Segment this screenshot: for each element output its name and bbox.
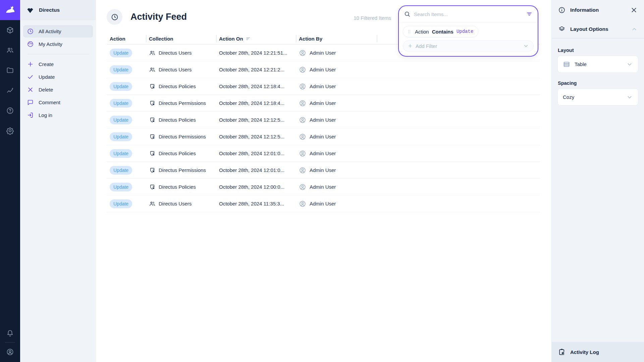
main-content: Activity Feed 10 Filtered Items Action C… — [96, 0, 551, 362]
action-by-name: Admin User — [310, 201, 336, 206]
project-fan-icon — [26, 6, 35, 14]
module-files[interactable] — [0, 60, 20, 80]
drag-handle-icon[interactable] — [407, 29, 412, 34]
layout-select[interactable]: Table — [558, 56, 638, 72]
table-row[interactable]: Update Directus Users October 28th, 2024… — [107, 195, 540, 212]
table-layout-icon — [563, 61, 570, 68]
action-badge: Update — [110, 49, 132, 57]
action-badge: Update — [110, 132, 132, 141]
collection-name: Directus Policies — [159, 83, 196, 89]
user-avatar-icon — [299, 83, 306, 90]
action-badge: Update — [110, 183, 132, 191]
search-input[interactable] — [414, 11, 523, 17]
nav-item-label: Delete — [39, 87, 53, 93]
collection-name: Directus Users — [159, 201, 192, 206]
table-row[interactable]: Update Directus Permissions October 28th… — [107, 95, 540, 112]
action-on-value: October 28th, 2024 12:01:0... — [216, 162, 296, 178]
table-row[interactable]: Update Directus Permissions October 28th… — [107, 162, 540, 179]
filter-list: Action Contains Update Add Filter — [399, 22, 538, 56]
users-icon — [149, 66, 156, 73]
table-row[interactable]: Update Directus Policies October 28th, 2… — [107, 78, 540, 95]
sort-descending-icon[interactable] — [246, 36, 251, 42]
table-row[interactable]: Update Directus Policies October 28th, 2… — [107, 145, 540, 162]
nav-item-label: My Activity — [39, 41, 62, 47]
nav-item-label: All Activity — [39, 28, 61, 34]
add-filter-button[interactable]: Add Filter — [403, 40, 534, 52]
module-bar — [0, 0, 20, 362]
filter-operator[interactable]: Contains — [432, 29, 453, 35]
action-badge: Update — [110, 149, 132, 158]
user-avatar-icon — [299, 167, 306, 174]
layers-icon — [558, 25, 566, 33]
nav-item-label: Update — [39, 74, 55, 80]
policy-shield-lock-icon — [149, 83, 156, 90]
nav-item-my-activity[interactable]: My Activity — [23, 38, 93, 50]
action-by-name: Admin User — [310, 150, 336, 156]
module-help[interactable] — [0, 101, 20, 121]
table-row[interactable]: Update Directus Policies October 28th, 2… — [107, 179, 540, 195]
action-badge: Update — [110, 65, 132, 74]
sidebar-title: Information — [570, 7, 599, 13]
directus-logo[interactable] — [0, 0, 20, 20]
collection-name: Directus Users — [159, 67, 192, 72]
notifications-button[interactable] — [0, 324, 20, 342]
user-avatar-icon — [299, 150, 306, 157]
table-row[interactable]: Update Directus Permissions October 28th… — [107, 128, 540, 145]
clipboard-clock-icon — [558, 348, 566, 356]
cube-icon — [6, 26, 14, 34]
action-by-name: Admin User — [310, 100, 336, 106]
nav-item-label: Log in — [39, 112, 52, 118]
action-by-name: Admin User — [310, 67, 336, 72]
search-icon — [404, 11, 411, 17]
page-icon-badge[interactable] — [107, 9, 122, 25]
policy-shield-lock-icon — [149, 100, 156, 107]
comment-icon — [27, 99, 34, 106]
table-row[interactable]: Update Directus Policies October 28th, 2… — [107, 112, 540, 128]
activity-log-label: Activity Log — [570, 349, 599, 355]
filter-rule[interactable]: Action Contains Update — [403, 26, 478, 37]
module-users[interactable] — [0, 40, 20, 60]
users-icon — [6, 46, 14, 54]
face-icon — [27, 41, 34, 48]
spacing-select[interactable]: Cozy — [558, 89, 638, 105]
chevron-down-icon — [626, 94, 633, 101]
activity-log-button[interactable]: Activity Log — [552, 342, 644, 362]
filter-icon[interactable] — [526, 11, 533, 17]
insights-icon — [6, 86, 14, 95]
settings-gear-icon — [6, 127, 14, 135]
collection-name: Directus Policies — [159, 117, 196, 123]
column-header-action-on[interactable]: Action On — [216, 34, 296, 44]
collection-name: Directus Permissions — [159, 167, 206, 173]
column-header-collection[interactable]: Collection — [146, 34, 216, 44]
chevron-down-icon — [523, 43, 529, 49]
filter-field[interactable]: Action — [415, 29, 429, 35]
nav-item-all-activity[interactable]: All Activity — [23, 25, 93, 38]
user-avatar-icon — [299, 100, 306, 107]
nav-item-create[interactable]: Create — [23, 58, 93, 70]
plus-icon — [27, 61, 34, 68]
nav-item-login[interactable]: Log in — [23, 109, 93, 121]
layout-options-section[interactable]: Layout Options — [552, 20, 644, 39]
nav-item-comment[interactable]: Comment — [23, 96, 93, 109]
module-content[interactable] — [0, 20, 20, 40]
project-header[interactable]: Directus — [20, 0, 96, 20]
module-settings[interactable] — [0, 121, 20, 141]
user-avatar-icon — [299, 49, 306, 57]
table-row[interactable]: Update Directus Users October 28th, 2024… — [107, 61, 540, 78]
column-header-action[interactable]: Action — [107, 34, 146, 44]
action-on-value: October 28th, 2024 12:00:0... — [216, 179, 296, 195]
column-header-action-by[interactable]: Action By — [296, 34, 377, 44]
filter-value[interactable]: Update — [457, 29, 473, 34]
nav-item-update[interactable]: Update — [23, 71, 93, 83]
module-insights[interactable] — [0, 80, 20, 101]
rabbit-logo-icon — [5, 5, 15, 15]
action-badge: Update — [110, 116, 132, 124]
collection-name: Directus Users — [159, 50, 192, 56]
clock-icon — [111, 13, 119, 21]
policy-shield-lock-icon — [149, 184, 156, 190]
nav-item-delete[interactable]: Delete — [23, 83, 93, 96]
close-sidebar-button[interactable] — [630, 6, 638, 14]
page-title: Activity Feed — [130, 12, 187, 22]
avatar-icon — [6, 348, 14, 356]
user-menu-button[interactable] — [0, 343, 20, 361]
